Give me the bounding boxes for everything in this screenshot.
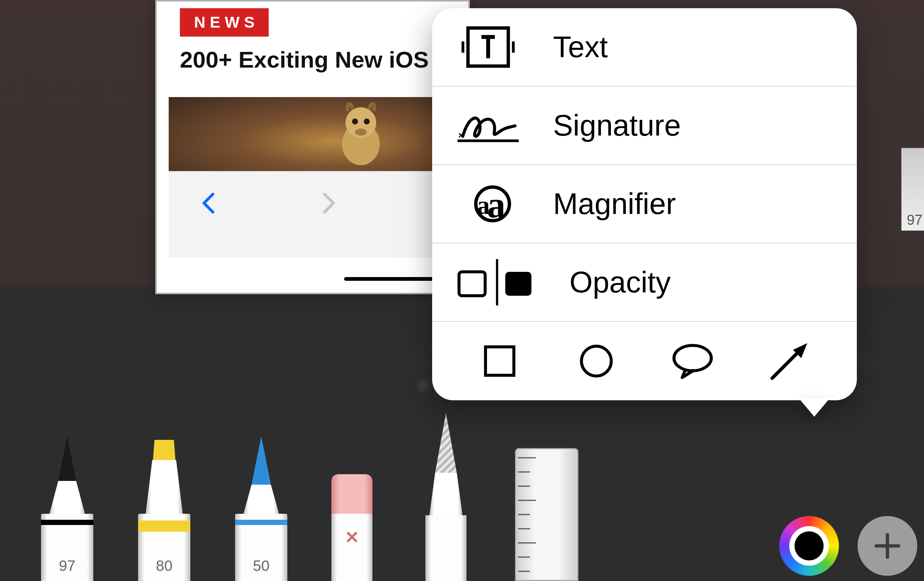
shape-ellipse[interactable] — [565, 330, 628, 392]
menu-label: Text — [553, 30, 608, 64]
article-headline: 200+ Exciting New iOS — [180, 46, 429, 73]
svg-point-4 — [355, 128, 367, 136]
svg-marker-26 — [145, 460, 183, 515]
svg-rect-18 — [485, 347, 514, 375]
svg-marker-31 — [435, 413, 457, 473]
menu-item-opacity[interactable]: Opacity — [432, 243, 857, 321]
safari-toolbar — [169, 171, 469, 258]
offscreen-tool: 97 — [901, 148, 924, 231]
plus-icon — [873, 531, 903, 561]
tool-highlighter[interactable]: 80 — [138, 443, 190, 581]
magnifier-icon: a a — [455, 187, 521, 221]
svg-point-20 — [674, 345, 711, 371]
tool-alpha: 50 — [235, 558, 287, 574]
markup-toolbar: 97 80 50 ✕ — [0, 372, 924, 581]
add-tools-popover: Text × Signature a a Magnifier — [432, 8, 857, 400]
svg-point-2 — [352, 118, 358, 124]
svg-text:a: a — [487, 184, 506, 225]
text-icon — [455, 30, 521, 64]
svg-marker-25 — [153, 440, 175, 460]
svg-point-3 — [364, 118, 370, 124]
tool-pen[interactable]: 97 — [41, 439, 93, 581]
svg-marker-28 — [243, 485, 279, 515]
menu-item-signature[interactable]: × Signature — [432, 86, 857, 164]
tool-pencil[interactable]: 50 — [235, 439, 287, 581]
shape-arrow[interactable] — [758, 330, 821, 392]
back-icon[interactable] — [198, 192, 220, 214]
signature-icon: × — [455, 109, 521, 142]
menu-label: Signature — [553, 108, 681, 142]
menu-item-magnifier[interactable]: a a Magnifier — [432, 164, 857, 243]
opacity-icon — [455, 265, 537, 299]
animoji-icon — [325, 98, 396, 169]
shape-row — [432, 321, 857, 400]
svg-rect-15 — [459, 272, 485, 296]
svg-marker-24 — [49, 481, 85, 515]
menu-label: Magnifier — [553, 187, 676, 221]
forward-icon — [317, 192, 340, 214]
selected-color-swatch — [795, 531, 823, 561]
article-thumbnail: Animoji — [169, 97, 469, 171]
menu-label: Opacity — [569, 265, 671, 300]
ruler-ticks-icon — [515, 450, 578, 581]
svg-text:×: × — [458, 129, 464, 141]
tool-alpha: 80 — [138, 558, 190, 574]
svg-marker-23 — [58, 436, 76, 481]
screenshot-thumbnail[interactable]: NEWS 200+ Exciting New iOS Animoji — [155, 0, 470, 294]
menu-item-text[interactable]: Text — [432, 8, 857, 86]
svg-marker-27 — [251, 436, 271, 485]
tool-ruler[interactable] — [515, 450, 578, 581]
svg-rect-17 — [505, 272, 531, 296]
tool-lasso[interactable] — [426, 417, 467, 581]
shape-rectangle[interactable] — [469, 330, 531, 392]
add-button[interactable] — [858, 516, 917, 576]
tool-alpha: 97 — [41, 558, 93, 574]
color-picker-button[interactable] — [779, 516, 839, 576]
tool-eraser[interactable]: ✕ — [332, 454, 373, 581]
news-badge: NEWS — [180, 8, 269, 36]
svg-point-19 — [581, 346, 611, 376]
shape-speech-bubble[interactable] — [661, 330, 724, 392]
svg-marker-32 — [429, 473, 463, 518]
